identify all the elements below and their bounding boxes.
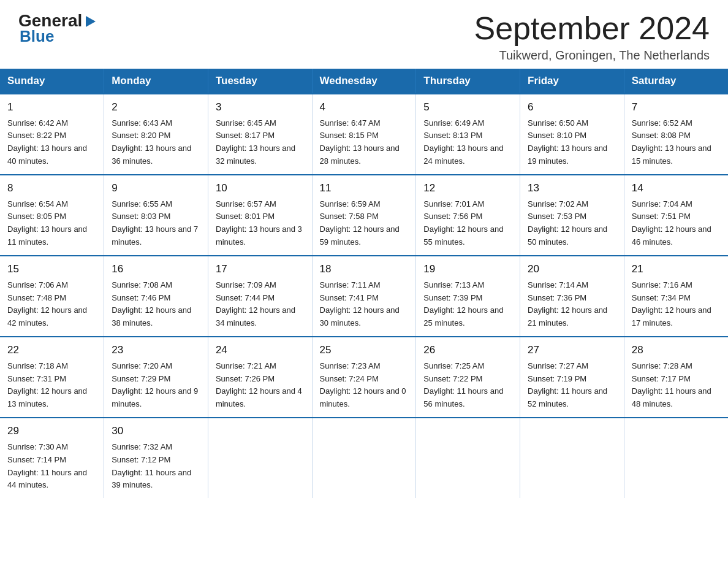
day-info: Sunrise: 7:01 AMSunset: 7:56 PMDaylight:…	[423, 199, 503, 247]
day-info: Sunrise: 6:42 AMSunset: 8:22 PMDaylight:…	[7, 118, 87, 166]
day-number: 3	[216, 99, 305, 115]
calendar-day-cell	[416, 418, 520, 498]
header-thursday: Thursday	[416, 69, 520, 94]
calendar-day-cell: 1Sunrise: 6:42 AMSunset: 8:22 PMDaylight…	[0, 94, 104, 175]
day-info: Sunrise: 7:27 AMSunset: 7:19 PMDaylight:…	[528, 361, 607, 409]
logo-blue-text: Blue	[18, 27, 54, 46]
day-info: Sunrise: 7:14 AMSunset: 7:36 PMDaylight:…	[528, 280, 607, 328]
day-number: 25	[320, 342, 409, 358]
day-info: Sunrise: 7:30 AMSunset: 7:14 PMDaylight:…	[7, 442, 87, 490]
day-number: 14	[632, 180, 721, 196]
day-info: Sunrise: 7:18 AMSunset: 7:31 PMDaylight:…	[7, 361, 87, 409]
calendar-day-cell: 23Sunrise: 7:20 AMSunset: 7:29 PMDayligh…	[104, 337, 208, 418]
calendar-day-cell: 20Sunrise: 7:14 AMSunset: 7:36 PMDayligh…	[520, 256, 624, 337]
location-subtitle: Tuikwerd, Groningen, The Netherlands	[474, 48, 710, 63]
calendar-day-cell: 3Sunrise: 6:45 AMSunset: 8:17 PMDaylight…	[208, 94, 312, 175]
day-number: 20	[528, 261, 616, 277]
logo: General Blue	[18, 11, 97, 46]
calendar-day-cell: 22Sunrise: 7:18 AMSunset: 7:31 PMDayligh…	[0, 337, 104, 418]
header-saturday: Saturday	[624, 69, 728, 94]
day-number: 6	[528, 99, 616, 115]
calendar-day-cell: 12Sunrise: 7:01 AMSunset: 7:56 PMDayligh…	[416, 175, 520, 256]
calendar-day-cell: 16Sunrise: 7:08 AMSunset: 7:46 PMDayligh…	[104, 256, 208, 337]
day-info: Sunrise: 6:50 AMSunset: 8:10 PMDaylight:…	[528, 118, 607, 166]
day-number: 18	[320, 261, 409, 277]
day-number: 11	[320, 180, 409, 196]
calendar-day-cell: 14Sunrise: 7:04 AMSunset: 7:51 PMDayligh…	[624, 175, 728, 256]
day-info: Sunrise: 7:28 AMSunset: 7:17 PMDaylight:…	[632, 361, 711, 409]
day-number: 22	[7, 342, 96, 358]
day-number: 2	[112, 99, 200, 115]
header-tuesday: Tuesday	[208, 69, 312, 94]
day-number: 21	[632, 261, 721, 277]
calendar-day-cell: 24Sunrise: 7:21 AMSunset: 7:26 PMDayligh…	[208, 337, 312, 418]
day-number: 17	[216, 261, 305, 277]
calendar-week-row: 8Sunrise: 6:54 AMSunset: 8:05 PMDaylight…	[0, 175, 728, 256]
day-info: Sunrise: 7:21 AMSunset: 7:26 PMDaylight:…	[216, 361, 302, 409]
day-number: 9	[112, 180, 200, 196]
day-info: Sunrise: 7:20 AMSunset: 7:29 PMDaylight:…	[112, 361, 198, 409]
calendar-day-cell: 5Sunrise: 6:49 AMSunset: 8:13 PMDaylight…	[416, 94, 520, 175]
page-header: General Blue September 2024 Tuikwerd, Gr…	[0, 0, 728, 69]
day-number: 19	[423, 261, 512, 277]
day-info: Sunrise: 7:11 AMSunset: 7:41 PMDaylight:…	[320, 280, 400, 328]
day-number: 5	[423, 99, 512, 115]
day-info: Sunrise: 7:32 AMSunset: 7:12 PMDaylight:…	[112, 442, 191, 490]
day-info: Sunrise: 7:23 AMSunset: 7:24 PMDaylight:…	[320, 361, 406, 409]
day-number: 13	[528, 180, 616, 196]
logo-triangle-icon	[83, 15, 97, 28]
calendar-day-cell	[624, 418, 728, 498]
calendar-day-cell: 27Sunrise: 7:27 AMSunset: 7:19 PMDayligh…	[520, 337, 624, 418]
header-wednesday: Wednesday	[312, 69, 416, 94]
calendar-day-cell: 28Sunrise: 7:28 AMSunset: 7:17 PMDayligh…	[624, 337, 728, 418]
title-block: September 2024 Tuikwerd, Groningen, The …	[474, 11, 710, 63]
calendar-day-cell: 13Sunrise: 7:02 AMSunset: 7:53 PMDayligh…	[520, 175, 624, 256]
day-number: 30	[112, 423, 200, 439]
calendar-day-cell: 11Sunrise: 6:59 AMSunset: 7:58 PMDayligh…	[312, 175, 416, 256]
day-number: 12	[423, 180, 512, 196]
day-info: Sunrise: 6:55 AMSunset: 8:03 PMDaylight:…	[112, 199, 198, 247]
day-number: 4	[320, 99, 409, 115]
day-number: 8	[7, 180, 96, 196]
svg-marker-0	[86, 16, 96, 27]
calendar-week-row: 29Sunrise: 7:30 AMSunset: 7:14 PMDayligh…	[0, 418, 728, 498]
day-info: Sunrise: 6:43 AMSunset: 8:20 PMDaylight:…	[112, 118, 191, 166]
day-info: Sunrise: 7:04 AMSunset: 7:51 PMDaylight:…	[632, 199, 711, 247]
calendar-day-cell: 25Sunrise: 7:23 AMSunset: 7:24 PMDayligh…	[312, 337, 416, 418]
calendar-day-cell: 9Sunrise: 6:55 AMSunset: 8:03 PMDaylight…	[104, 175, 208, 256]
day-info: Sunrise: 7:08 AMSunset: 7:46 PMDaylight:…	[112, 280, 191, 328]
calendar-day-cell	[208, 418, 312, 498]
calendar-day-cell: 30Sunrise: 7:32 AMSunset: 7:12 PMDayligh…	[104, 418, 208, 498]
day-info: Sunrise: 6:45 AMSunset: 8:17 PMDaylight:…	[216, 118, 295, 166]
calendar-day-cell: 10Sunrise: 6:57 AMSunset: 8:01 PMDayligh…	[208, 175, 312, 256]
day-info: Sunrise: 7:25 AMSunset: 7:22 PMDaylight:…	[423, 361, 503, 409]
day-info: Sunrise: 7:13 AMSunset: 7:39 PMDaylight:…	[423, 280, 503, 328]
day-info: Sunrise: 7:16 AMSunset: 7:34 PMDaylight:…	[632, 280, 711, 328]
calendar-day-cell: 18Sunrise: 7:11 AMSunset: 7:41 PMDayligh…	[312, 256, 416, 337]
calendar-day-cell	[312, 418, 416, 498]
calendar-day-cell: 4Sunrise: 6:47 AMSunset: 8:15 PMDaylight…	[312, 94, 416, 175]
header-friday: Friday	[520, 69, 624, 94]
calendar-week-row: 15Sunrise: 7:06 AMSunset: 7:48 PMDayligh…	[0, 256, 728, 337]
day-number: 16	[112, 261, 200, 277]
calendar-day-cell: 8Sunrise: 6:54 AMSunset: 8:05 PMDaylight…	[0, 175, 104, 256]
day-number: 27	[528, 342, 616, 358]
calendar-day-cell: 6Sunrise: 6:50 AMSunset: 8:10 PMDaylight…	[520, 94, 624, 175]
day-number: 15	[7, 261, 96, 277]
calendar-week-row: 22Sunrise: 7:18 AMSunset: 7:31 PMDayligh…	[0, 337, 728, 418]
calendar-day-cell: 29Sunrise: 7:30 AMSunset: 7:14 PMDayligh…	[0, 418, 104, 498]
calendar-week-row: 1Sunrise: 6:42 AMSunset: 8:22 PMDaylight…	[0, 94, 728, 175]
calendar-day-cell: 7Sunrise: 6:52 AMSunset: 8:08 PMDaylight…	[624, 94, 728, 175]
day-number: 1	[7, 99, 96, 115]
day-number: 26	[423, 342, 512, 358]
day-info: Sunrise: 6:47 AMSunset: 8:15 PMDaylight:…	[320, 118, 400, 166]
header-monday: Monday	[104, 69, 208, 94]
calendar-day-cell: 26Sunrise: 7:25 AMSunset: 7:22 PMDayligh…	[416, 337, 520, 418]
day-number: 7	[632, 99, 721, 115]
calendar-day-cell: 15Sunrise: 7:06 AMSunset: 7:48 PMDayligh…	[0, 256, 104, 337]
calendar-day-cell: 21Sunrise: 7:16 AMSunset: 7:34 PMDayligh…	[624, 256, 728, 337]
day-info: Sunrise: 6:52 AMSunset: 8:08 PMDaylight:…	[632, 118, 711, 166]
header-sunday: Sunday	[0, 69, 104, 94]
calendar-day-cell	[520, 418, 624, 498]
day-info: Sunrise: 6:59 AMSunset: 7:58 PMDaylight:…	[320, 199, 400, 247]
